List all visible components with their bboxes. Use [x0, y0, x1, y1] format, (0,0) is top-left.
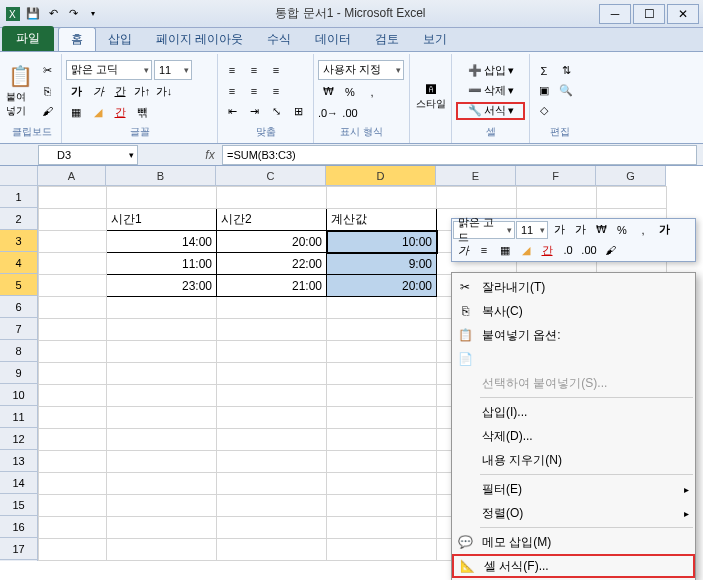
cell-E1[interactable]	[437, 187, 517, 209]
cell-F1[interactable]	[517, 187, 597, 209]
cell-A11[interactable]	[39, 407, 107, 429]
save-icon[interactable]: 💾	[24, 5, 42, 23]
tab-formulas[interactable]: 수식	[255, 28, 303, 51]
cell-D11[interactable]	[327, 407, 437, 429]
cell-B16[interactable]	[107, 517, 217, 539]
cell-C5[interactable]: 21:00	[217, 275, 327, 297]
col-header-E[interactable]: E	[436, 166, 516, 185]
cell-C14[interactable]	[217, 473, 327, 495]
cell-C4[interactable]: 22:00	[217, 253, 327, 275]
row-header-8[interactable]: 8	[0, 340, 37, 362]
cell-D13[interactable]	[327, 451, 437, 473]
menu-insert[interactable]: 삽입(I)...	[452, 400, 695, 424]
fx-icon[interactable]: fx	[198, 148, 222, 162]
cell-B11[interactable]	[107, 407, 217, 429]
close-button[interactable]: ✕	[667, 4, 699, 24]
bold-button[interactable]: 가	[66, 83, 86, 101]
cell-B7[interactable]	[107, 319, 217, 341]
cell-C10[interactable]	[217, 385, 327, 407]
tab-view[interactable]: 보기	[411, 28, 459, 51]
cell-D8[interactable]	[327, 341, 437, 363]
cell-D5[interactable]: 20:00	[327, 275, 437, 297]
indent-decrease-icon[interactable]: ⇤	[222, 103, 242, 121]
menu-paste-option-item[interactable]: 📄	[452, 347, 695, 371]
menu-cut[interactable]: ✂잘라내기(T)	[452, 275, 695, 299]
sort-filter-icon[interactable]: ⇅	[556, 62, 576, 80]
cell-A14[interactable]	[39, 473, 107, 495]
cell-C17[interactable]	[217, 539, 327, 561]
mini-decimal-inc-icon[interactable]: .0	[558, 241, 578, 259]
align-right-icon[interactable]: ≡	[266, 82, 286, 100]
decrease-decimal-icon[interactable]: .00	[340, 104, 360, 122]
row-header-9[interactable]: 9	[0, 362, 37, 384]
cell-C16[interactable]	[217, 517, 327, 539]
format-cells-button[interactable]: 🔧 서식 ▾	[456, 102, 525, 120]
row-header-14[interactable]: 14	[0, 472, 37, 494]
cell-B10[interactable]	[107, 385, 217, 407]
clear-icon[interactable]: ◇	[534, 102, 554, 120]
cell-A17[interactable]	[39, 539, 107, 561]
currency-icon[interactable]: ₩	[318, 83, 338, 101]
cell-C6[interactable]	[217, 297, 327, 319]
menu-clear[interactable]: 내용 지우기(N)	[452, 448, 695, 472]
row-header-2[interactable]: 2	[0, 208, 37, 230]
copy-icon[interactable]: ⎘	[37, 82, 57, 100]
mini-fill-icon[interactable]: ◢	[516, 241, 536, 259]
qat-dropdown-icon[interactable]: ▾	[84, 5, 102, 23]
col-header-A[interactable]: A	[38, 166, 106, 185]
align-middle-icon[interactable]: ≡	[244, 61, 264, 79]
mini-format-painter-icon[interactable]: 🖌	[600, 241, 620, 259]
row-header-5[interactable]: 5	[0, 274, 37, 296]
row-header-3[interactable]: 3	[0, 230, 37, 252]
insert-cells-button[interactable]: ➕ 삽입 ▾	[456, 62, 525, 80]
menu-filter[interactable]: 필터(E)	[452, 477, 695, 501]
align-center-icon[interactable]: ≡	[244, 82, 264, 100]
cell-C2[interactable]: 시간2	[217, 209, 327, 231]
orientation-icon[interactable]: ⤡	[266, 103, 286, 121]
cell-C1[interactable]	[217, 187, 327, 209]
row-header-15[interactable]: 15	[0, 494, 37, 516]
phonetic-button[interactable]: 뺶	[132, 104, 152, 122]
cut-icon[interactable]: ✂	[37, 62, 57, 80]
mini-font-combo[interactable]: 맑은 고드	[453, 221, 515, 239]
paste-button[interactable]: 📋붙여넣기	[6, 56, 35, 125]
align-left-icon[interactable]: ≡	[222, 82, 242, 100]
undo-icon[interactable]: ↶	[44, 5, 62, 23]
cell-C7[interactable]	[217, 319, 327, 341]
fill-color-button[interactable]: ◢	[88, 104, 108, 122]
decrease-font-icon[interactable]: 가↓	[154, 83, 174, 101]
mini-decimal-dec-icon[interactable]: .00	[579, 241, 599, 259]
col-header-B[interactable]: B	[106, 166, 216, 185]
italic-button[interactable]: 가	[88, 83, 108, 101]
cell-B13[interactable]	[107, 451, 217, 473]
mini-fontcolor-icon[interactable]: 간	[537, 241, 557, 259]
cell-B14[interactable]	[107, 473, 217, 495]
cell-C11[interactable]	[217, 407, 327, 429]
col-header-C[interactable]: C	[216, 166, 326, 185]
cell-D1[interactable]	[327, 187, 437, 209]
cell-A8[interactable]	[39, 341, 107, 363]
tab-data[interactable]: 데이터	[303, 28, 363, 51]
mini-decrease-font-icon[interactable]: 가	[570, 221, 590, 239]
cell-C13[interactable]	[217, 451, 327, 473]
underline-button[interactable]: 간	[110, 83, 130, 101]
cell-B6[interactable]	[107, 297, 217, 319]
cell-C8[interactable]	[217, 341, 327, 363]
mini-comma-icon[interactable]: ,	[633, 221, 653, 239]
cell-A16[interactable]	[39, 517, 107, 539]
cell-A10[interactable]	[39, 385, 107, 407]
cell-C12[interactable]	[217, 429, 327, 451]
redo-icon[interactable]: ↷	[64, 5, 82, 23]
styles-button[interactable]: 🅰스타일	[414, 56, 447, 139]
increase-font-icon[interactable]: 가↑	[132, 83, 152, 101]
tab-home[interactable]: 홈	[58, 27, 96, 51]
menu-delete[interactable]: 삭제(D)...	[452, 424, 695, 448]
find-icon[interactable]: 🔍	[556, 82, 576, 100]
align-top-icon[interactable]: ≡	[222, 61, 242, 79]
maximize-button[interactable]: ☐	[633, 4, 665, 24]
border-button[interactable]: ▦	[66, 104, 86, 122]
cell-A3[interactable]	[39, 231, 107, 253]
cell-B9[interactable]	[107, 363, 217, 385]
delete-cells-button[interactable]: ➖ 삭제 ▾	[456, 82, 525, 100]
fill-icon[interactable]: ▣	[534, 82, 554, 100]
